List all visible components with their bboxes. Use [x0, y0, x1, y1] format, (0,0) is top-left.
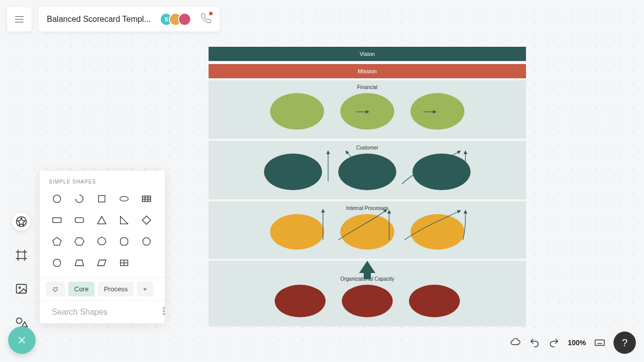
collaborator-avatars[interactable]: S [160, 13, 191, 26]
star-shapes-icon [15, 215, 28, 228]
vision-bar[interactable]: Vision [209, 47, 526, 61]
section-label: Financial [209, 83, 526, 93]
capacity-node[interactable] [342, 285, 393, 317]
section-label: Internal Processes [209, 204, 526, 214]
shape-trapezoid[interactable] [71, 256, 87, 270]
image-icon [15, 282, 28, 295]
undo-icon [529, 337, 540, 348]
financial-node[interactable] [340, 93, 394, 130]
more-vertical-icon [159, 306, 169, 316]
capacity-node[interactable] [409, 285, 460, 317]
financial-node[interactable] [270, 93, 324, 130]
customer-node[interactable] [413, 154, 471, 190]
zoom-level[interactable]: 100% [568, 339, 586, 347]
core-tab[interactable]: Core [68, 282, 95, 296]
panel-section-title: SIMPLE SHAPES [40, 179, 165, 190]
frame-tool-button[interactable] [12, 246, 31, 264]
svg-rect-14 [99, 196, 105, 202]
shape-triangle[interactable] [94, 213, 110, 227]
shape-rounded-rect[interactable] [71, 213, 87, 227]
section-label: Customer [209, 144, 526, 154]
big-up-arrow-icon [359, 261, 375, 273]
close-panel-button[interactable] [8, 326, 36, 354]
search-shapes-input[interactable] [52, 308, 154, 317]
shape-square[interactable] [94, 192, 110, 206]
avatar[interactable] [178, 13, 191, 26]
diagram-canvas[interactable]: Vision Mission Financial Customer Intern… [209, 47, 526, 326]
keyboard-button[interactable] [594, 337, 605, 348]
shape-pentagon[interactable] [49, 234, 65, 249]
search-row [40, 300, 165, 323]
notification-dot-icon [209, 12, 213, 15]
financial-node[interactable] [411, 93, 464, 130]
shapes-tool-button[interactable] [12, 213, 31, 231]
svg-point-10 [16, 318, 22, 323]
svg-point-15 [120, 196, 129, 201]
svg-rect-22 [75, 218, 84, 222]
keyboard-icon [594, 337, 605, 348]
shape-grid[interactable] [116, 256, 132, 270]
svg-rect-37 [595, 340, 604, 346]
customer-node[interactable] [264, 154, 322, 190]
internal-node[interactable] [270, 214, 324, 250]
main-menu-button[interactable] [7, 7, 32, 32]
svg-rect-16 [142, 196, 151, 202]
cloud-icon [510, 337, 521, 348]
capacity-section[interactable]: Organizational Capacity [209, 261, 526, 326]
shape-parallelogram[interactable] [94, 256, 110, 270]
document-title[interactable]: Balanced Scorecard Templ... [47, 15, 151, 24]
redo-icon [548, 337, 560, 348]
financial-section[interactable]: Financial [209, 80, 526, 139]
add-category-tab[interactable]: + [137, 282, 153, 296]
shape-diamond[interactable] [138, 213, 155, 227]
help-button[interactable]: ? [613, 331, 636, 354]
svg-point-9 [19, 287, 20, 288]
frame-icon [15, 249, 28, 262]
pin-icon [52, 286, 59, 293]
search-more-button[interactable] [159, 306, 169, 318]
shape-hexagon[interactable] [71, 234, 87, 249]
left-toolbar [12, 213, 31, 331]
svg-rect-21 [53, 218, 62, 222]
shape-octagon[interactable] [116, 234, 132, 249]
svg-point-23 [143, 238, 151, 246]
mission-bar[interactable]: Mission [209, 64, 526, 78]
svg-point-13 [53, 195, 61, 203]
internal-node[interactable] [340, 214, 394, 250]
image-tool-button[interactable] [12, 280, 31, 298]
svg-point-24 [53, 259, 61, 267]
svg-point-30 [163, 308, 165, 309]
capacity-node[interactable] [275, 285, 326, 317]
shape-rectangle[interactable] [49, 213, 65, 227]
internal-node[interactable] [411, 214, 464, 250]
shape-nonagon[interactable] [138, 234, 155, 249]
hamburger-icon [14, 14, 25, 25]
cloud-sync-button[interactable] [510, 337, 521, 348]
internal-section[interactable]: Internal Processes [209, 201, 526, 259]
shape-heptagon[interactable] [94, 234, 110, 249]
close-icon [17, 335, 27, 345]
shape-table[interactable] [138, 192, 155, 206]
redo-button[interactable] [548, 337, 560, 348]
shape-category-tabs: Core Process + [40, 277, 165, 300]
customer-section[interactable]: Customer [209, 141, 526, 199]
svg-point-32 [163, 314, 165, 315]
customer-node[interactable] [338, 154, 396, 190]
shapes-panel: SIMPLE SHAPES Core Process + [40, 171, 165, 323]
shapes-grid [40, 190, 165, 277]
pin-tab[interactable] [46, 282, 65, 296]
shape-ellipse[interactable] [116, 192, 132, 206]
top-bar: Balanced Scorecard Templ... S [7, 7, 220, 32]
shape-decagon[interactable] [49, 256, 65, 270]
process-tab[interactable]: Process [98, 282, 134, 296]
svg-point-31 [163, 311, 165, 312]
call-button[interactable] [200, 13, 212, 26]
svg-rect-8 [16, 284, 26, 293]
shape-circle[interactable] [49, 192, 65, 206]
shape-arc[interactable] [71, 192, 87, 206]
document-title-card: Balanced Scorecard Templ... S [39, 7, 220, 32]
undo-button[interactable] [529, 337, 540, 348]
bottom-controls: 100% ? [510, 331, 636, 354]
shape-right-triangle[interactable] [116, 213, 132, 227]
